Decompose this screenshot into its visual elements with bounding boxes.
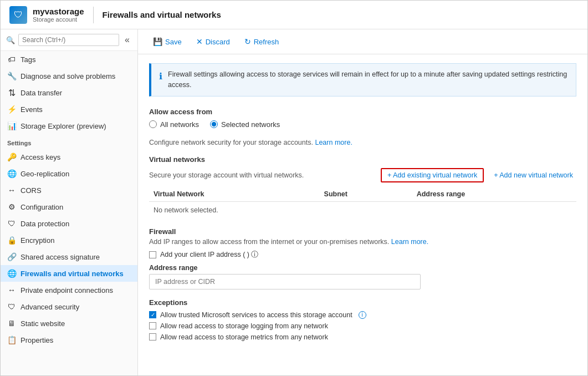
geo-replication-icon: 🌐 [7, 169, 16, 178]
address-range-input[interactable] [149, 274, 421, 289]
shared-access-signature-icon: 🔗 [7, 252, 16, 261]
trusted-microsoft-info-icon[interactable]: i [359, 311, 366, 319]
client-ip-checkbox-item[interactable]: Add your client IP address ( ) ⓘ [149, 250, 576, 260]
sidebar-label-access-keys: Access keys [21, 153, 60, 161]
sidebar-label-events: Events [21, 105, 43, 114]
search-icon: 🔍 [6, 36, 15, 44]
save-label: Save [165, 38, 182, 46]
sidebar-item-private-endpoint[interactable]: ↔ Private endpoint connections [1, 282, 137, 298]
settings-section-label: Settings [1, 134, 137, 149]
address-range-label: Address range [149, 264, 576, 272]
client-ip-checkbox[interactable] [149, 251, 156, 258]
vn-actions-row: Secure your storage account with virtual… [149, 168, 576, 182]
sidebar-item-events[interactable]: ⚡ Events [1, 101, 137, 118]
radio-group-access: All networks Selected networks [149, 120, 576, 129]
refresh-icon: ↻ [244, 37, 251, 46]
firewall-title: Firewall [149, 227, 576, 236]
sidebar-item-access-keys[interactable]: 🔑 Access keys [1, 149, 137, 165]
exception-trusted-microsoft[interactable]: ✓ Allow trusted Microsoft services to ac… [149, 311, 576, 319]
firewall-learn-more-link[interactable]: Learn more. [391, 238, 428, 246]
sidebar-item-firewalls-virtual-networks[interactable]: 🌐 Firewalls and virtual networks [1, 265, 137, 282]
search-bar[interactable]: 🔍 « [1, 29, 137, 51]
table-row-no-network: No network selected. [149, 201, 576, 219]
trusted-microsoft-checkbox[interactable]: ✓ [149, 311, 156, 318]
page-header: 🛡 myvastorage Storage account Firewalls … [1, 1, 587, 29]
body-layout: 🔍 « 🏷 Tags 🔧 Diagnose and solve problems… [1, 29, 587, 375]
sidebar-label-advanced-security: Advanced security [21, 303, 79, 311]
trusted-microsoft-label: Allow trusted Microsoft services to acce… [160, 311, 352, 319]
advanced-security-icon: 🛡 [7, 302, 16, 311]
read-metrics-label: Allow read access to storage metrics fro… [160, 333, 328, 341]
vn-header: Virtual networks [149, 155, 576, 164]
main-content: 💾 Save ✕ Discard ↻ Refresh ℹ Firewall se… [138, 29, 587, 375]
sidebar-label-geo-replication: Geo-replication [21, 170, 69, 178]
radio-all-networks-input[interactable] [149, 120, 157, 128]
search-input[interactable] [18, 34, 119, 46]
exception-read-metrics[interactable]: Allow read access to storage metrics fro… [149, 333, 576, 341]
vn-title: Virtual networks [149, 155, 205, 164]
info-banner-icon: ℹ [159, 70, 162, 83]
sidebar-label-data-protection: Data protection [21, 220, 69, 228]
sidebar-label-tags: Tags [21, 55, 35, 64]
data-protection-icon: 🛡 [7, 219, 16, 228]
add-existing-virtual-network-button[interactable]: + Add existing virtual network [381, 168, 484, 182]
radio-selected-networks-label: Selected networks [221, 120, 280, 129]
resource-type: Storage account [33, 16, 84, 23]
vn-col-virtual-network: Virtual Network [149, 187, 320, 202]
sidebar-item-shared-access-signature[interactable]: 🔗 Shared access signature [1, 248, 137, 265]
sidebar-item-geo-replication[interactable]: 🌐 Geo-replication [1, 165, 137, 182]
content-area: ℹ Firewall settings allowing access to s… [138, 54, 587, 375]
allow-access-label: Allow access from [149, 108, 576, 116]
radio-selected-networks-input[interactable] [210, 120, 218, 128]
access-keys-icon: 🔑 [7, 153, 16, 161]
sidebar-item-static-website[interactable]: 🖥 Static website [1, 315, 137, 332]
client-ip-label: Add your client IP address ( ) ⓘ [160, 250, 258, 260]
sidebar-item-configuration[interactable]: ⚙ Configuration [1, 199, 137, 215]
radio-all-networks[interactable]: All networks [149, 120, 199, 129]
vn-col-address-range: Address range [412, 187, 576, 202]
sidebar-item-advanced-security[interactable]: 🛡 Advanced security [1, 298, 137, 315]
private-endpoint-icon: ↔ [7, 286, 16, 294]
resource-icon: 🛡 [9, 6, 27, 24]
configure-text: Configure network security for your stor… [149, 139, 576, 146]
read-logging-label: Allow read access to storage logging fro… [160, 322, 328, 330]
refresh-button[interactable]: ↻ Refresh [238, 34, 285, 49]
sidebar-item-diagnose[interactable]: 🔧 Diagnose and solve problems [1, 68, 137, 84]
data-transfer-icon: ⇅ [7, 88, 16, 97]
sidebar-item-encryption[interactable]: 🔒 Encryption [1, 232, 137, 248]
sidebar-label-configuration: Configuration [21, 203, 63, 211]
read-logging-checkbox[interactable] [149, 322, 156, 329]
resource-name: myvastorage [33, 7, 84, 16]
sidebar-label-static-website: Static website [21, 319, 65, 328]
add-new-virtual-network-button[interactable]: + Add new virtual network [490, 169, 576, 181]
sidebar-item-data-protection[interactable]: 🛡 Data protection [1, 215, 137, 232]
vn-col-subnet: Subnet [320, 187, 412, 202]
discard-button[interactable]: ✕ Discard [190, 34, 236, 49]
resource-info: myvastorage Storage account [33, 7, 84, 23]
sidebar-item-properties[interactable]: 📋 Properties [1, 332, 137, 348]
radio-selected-networks[interactable]: Selected networks [210, 120, 280, 129]
sidebar-label-private-endpoint: Private endpoint connections [21, 286, 113, 294]
radio-all-networks-label: All networks [160, 120, 199, 129]
sidebar-label-storage-explorer: Storage Explorer (preview) [21, 122, 106, 130]
virtual-networks-section: Virtual networks Secure your storage acc… [149, 155, 576, 219]
sidebar: 🔍 « 🏷 Tags 🔧 Diagnose and solve problems… [1, 29, 138, 375]
properties-icon: 📋 [7, 336, 16, 344]
header-divider [93, 7, 94, 23]
allow-access-section: Allow access from All networks Selected … [149, 108, 576, 129]
no-network-text: No network selected. [149, 201, 576, 219]
sidebar-scroll: 🏷 Tags 🔧 Diagnose and solve problems ⇅ D… [1, 51, 137, 375]
sidebar-label-cors: CORS [21, 186, 42, 195]
sidebar-item-storage-explorer[interactable]: 📊 Storage Explorer (preview) [1, 118, 137, 134]
save-button[interactable]: 💾 Save [147, 34, 188, 49]
exceptions-title: Exceptions [149, 298, 576, 307]
exception-read-logging[interactable]: Allow read access to storage logging fro… [149, 322, 576, 330]
sidebar-item-cors[interactable]: ↔ CORS [1, 182, 137, 199]
vn-description: Secure your storage account with virtual… [149, 171, 304, 179]
collapse-sidebar-button[interactable]: « [122, 34, 132, 46]
learn-more-link[interactable]: Learn more. [315, 139, 352, 146]
sidebar-item-data-transfer[interactable]: ⇅ Data transfer [1, 84, 137, 101]
sidebar-item-tags[interactable]: 🏷 Tags [1, 51, 137, 68]
read-metrics-checkbox[interactable] [149, 333, 156, 341]
static-website-icon: 🖥 [7, 319, 16, 328]
